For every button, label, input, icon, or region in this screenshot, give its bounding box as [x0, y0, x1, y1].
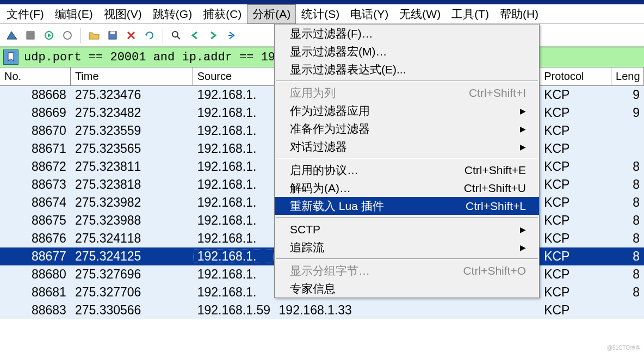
column-header-time[interactable]: Time	[71, 67, 193, 85]
watermark: @51CTO博客	[607, 344, 641, 352]
column-header-no[interactable]: No.	[0, 67, 71, 85]
cell-time: 275.324118	[71, 231, 193, 246]
column-header-source[interactable]: Source	[193, 67, 275, 85]
submenu-arrow-icon: ▶	[520, 243, 526, 252]
cell-time: 275.327706	[71, 285, 193, 300]
menu-dropdown-item[interactable]: 专家信息	[275, 280, 539, 298]
menu-item-label: 作为过滤器应用	[290, 103, 370, 119]
menu-dropdown-item[interactable]: 显示过滤器(F)…	[275, 24, 539, 42]
cell-source: 192.168.1.	[193, 195, 275, 210]
cell-protocol: KCP	[540, 213, 611, 228]
cell-no: 88673	[0, 177, 71, 192]
cell-protocol: KCP	[540, 88, 611, 102]
menu-item-label: 对话过滤器	[290, 139, 347, 154]
menu-item[interactable]: 视图(V)	[98, 4, 147, 24]
column-header-protocol[interactable]: Protocol	[540, 67, 611, 85]
cell-source: 192.168.1.	[193, 88, 275, 102]
restart-icon[interactable]	[59, 27, 76, 44]
menu-dropdown-item[interactable]: 对话过滤器▶	[275, 138, 539, 156]
svg-point-2	[64, 32, 71, 39]
menu-item-label: 专家信息	[290, 281, 336, 296]
cell-length: 8	[611, 231, 644, 246]
jump-icon[interactable]	[223, 27, 240, 44]
menu-dropdown-item[interactable]: 作为过滤器应用▶	[275, 102, 539, 120]
menu-item[interactable]: 编辑(E)	[49, 4, 98, 24]
cell-time: 275.323482	[71, 106, 193, 120]
menu-dropdown-item[interactable]: 重新载入 Lua 插件Ctrl+Shift+L	[275, 197, 539, 215]
cell-no: 88674	[0, 195, 71, 210]
cell-protocol: KCP	[540, 231, 611, 246]
close-icon[interactable]	[122, 27, 140, 44]
cell-length: 8	[611, 285, 644, 300]
cell-protocol: KCP	[540, 123, 611, 138]
cell-length: 8	[611, 195, 644, 210]
menu-separator	[276, 158, 538, 159]
cell-no: 88672	[0, 159, 71, 174]
menu-item-label: SCTP	[290, 223, 320, 236]
svg-rect-4	[110, 32, 115, 34]
next-icon[interactable]	[205, 27, 222, 44]
menu-dropdown-item[interactable]: 解码为(A)…Ctrl+Shift+U	[275, 179, 539, 197]
cell-source: 192.168.1.	[193, 249, 275, 264]
find-icon[interactable]	[168, 27, 185, 44]
cell-no: 88668	[0, 88, 71, 102]
bookmark-icon[interactable]	[3, 49, 18, 65]
menu-shortcut: Ctrl+Shift+E	[465, 164, 526, 177]
menu-item[interactable]: 电话(Y)	[345, 4, 394, 24]
cell-source: 192.168.1.	[193, 159, 275, 174]
cell-protocol: KCP	[540, 195, 611, 210]
cell-length: 8	[611, 267, 644, 282]
cell-no: 88670	[0, 123, 71, 138]
menu-item[interactable]: 跳转(G)	[147, 4, 197, 24]
menu-item-label: 解码为(A)…	[290, 181, 351, 196]
menu-dropdown-item[interactable]: 显示过滤器宏(M)…	[275, 42, 539, 60]
reload-icon[interactable]	[141, 27, 158, 44]
shark-fin-icon[interactable]	[3, 27, 21, 44]
cell-no: 88683	[0, 303, 71, 318]
cell-length: 8	[611, 213, 644, 228]
prev-icon[interactable]	[186, 27, 203, 44]
menu-item[interactable]: 文件(F)	[1, 4, 49, 24]
menu-dropdown-item[interactable]: SCTP▶	[275, 220, 539, 238]
cell-protocol: KCP	[540, 177, 611, 192]
submenu-arrow-icon: ▶	[520, 125, 526, 133]
submenu-arrow-icon: ▶	[520, 225, 526, 234]
menu-item[interactable]: 帮助(H)	[494, 4, 544, 24]
menu-item[interactable]: 分析(A)	[247, 4, 296, 24]
menu-item[interactable]: 无线(W)	[394, 4, 446, 24]
menu-dropdown-item[interactable]: 追踪流▶	[275, 238, 539, 256]
cell-protocol: KCP	[540, 267, 611, 282]
cell-no: 88677	[0, 249, 71, 264]
cell-time: 275.323476	[71, 88, 193, 102]
table-row[interactable]: 88683275.330566192.168.1.59192.168.1.33K…	[0, 301, 644, 319]
menu-item-label: 显示分组字节…	[290, 263, 370, 278]
menu-separator	[276, 217, 538, 218]
open-folder-icon[interactable]	[85, 27, 103, 44]
menu-item[interactable]: 工具(T)	[446, 4, 494, 24]
menu-item[interactable]: 统计(S)	[296, 4, 345, 24]
cell-length: 8	[611, 249, 644, 264]
column-header-length[interactable]: Leng	[611, 67, 644, 85]
cell-no: 88680	[0, 267, 71, 282]
cell-protocol: KCP	[540, 141, 611, 156]
menu-dropdown-item[interactable]: 显示过滤器表达式(E)...	[275, 60, 539, 78]
save-icon[interactable]	[104, 27, 121, 44]
menu-dropdown-item[interactable]: 准备作为过滤器▶	[275, 120, 539, 138]
cell-protocol: KCP	[540, 285, 611, 300]
menu-item-label: 显示过滤器(F)…	[290, 26, 373, 41]
menu-item-label: 重新载入 Lua 插件	[290, 199, 384, 214]
menu-item[interactable]: 捕获(C)	[197, 4, 247, 24]
cell-protocol: KCP	[540, 106, 611, 120]
cell-source: 192.168.1.	[193, 213, 275, 228]
cell-time: 275.323818	[71, 177, 193, 192]
toolbar-separator	[163, 28, 163, 43]
menu-separator	[276, 80, 538, 82]
stop-icon[interactable]	[22, 27, 39, 44]
menu-item-label: 准备作为过滤器	[290, 121, 370, 137]
submenu-arrow-icon: ▶	[520, 107, 526, 115]
start-icon[interactable]	[40, 27, 58, 44]
menu-dropdown-item[interactable]: 启用的协议…Ctrl+Shift+E	[275, 161, 539, 179]
cell-time: 275.323811	[71, 159, 193, 174]
menu-item-label: 应用为列	[290, 85, 336, 101]
cell-source: 192.168.1.	[193, 123, 275, 138]
